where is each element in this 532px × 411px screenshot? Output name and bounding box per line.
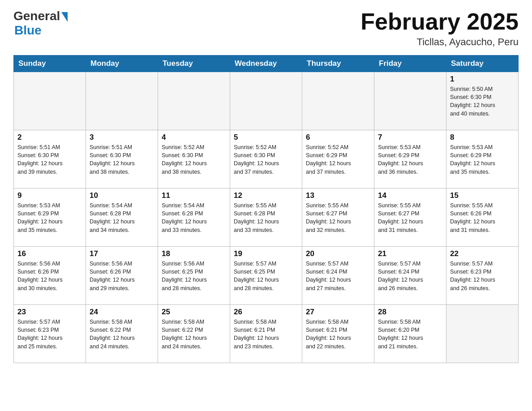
day-info-3: Sunrise: 5:51 AMSunset: 6:30 PMDaylight:… [90,143,154,176]
calendar-cell-w2-d1: 2Sunrise: 5:51 AMSunset: 6:30 PMDaylight… [14,130,86,188]
day-number-26: 26 [234,308,298,317]
day-number-2: 2 [17,133,82,142]
calendar-cell-w3-d2: 10Sunrise: 5:54 AMSunset: 6:28 PMDayligh… [86,188,158,247]
calendar-cell-w1-d7: 1Sunrise: 5:50 AMSunset: 6:30 PMDaylight… [446,72,519,130]
day-info-12: Sunrise: 5:55 AMSunset: 6:28 PMDaylight:… [234,201,298,234]
day-info-24: Sunrise: 5:58 AMSunset: 6:22 PMDaylight:… [90,318,154,351]
header-thursday: Thursday [302,56,374,72]
day-number-14: 14 [378,191,442,200]
calendar-cell-w1-d4 [230,72,302,130]
day-number-21: 21 [378,249,442,258]
calendar-header-row: Sunday Monday Tuesday Wednesday Thursday… [14,56,519,72]
calendar-cell-w1-d5 [302,72,374,130]
calendar-cell-w2-d2: 3Sunrise: 5:51 AMSunset: 6:30 PMDaylight… [86,130,158,188]
calendar-cell-w2-d5: 6Sunrise: 5:52 AMSunset: 6:29 PMDaylight… [302,130,374,188]
day-info-19: Sunrise: 5:57 AMSunset: 6:25 PMDaylight:… [234,260,298,292]
title-section: February 2025 Ticllas, Ayacucho, Peru [360,9,519,48]
calendar-table: Sunday Monday Tuesday Wednesday Thursday… [13,55,519,363]
header-monday: Monday [86,56,158,72]
logo-blue-text: Blue [14,23,42,38]
day-info-26: Sunrise: 5:58 AMSunset: 6:21 PMDaylight:… [234,318,298,351]
day-number-6: 6 [306,133,370,142]
calendar-cell-w3-d3: 11Sunrise: 5:54 AMSunset: 6:28 PMDayligh… [158,188,230,247]
day-info-7: Sunrise: 5:53 AMSunset: 6:29 PMDaylight:… [378,143,442,176]
calendar-cell-w4-d4: 19Sunrise: 5:57 AMSunset: 6:25 PMDayligh… [230,247,302,305]
calendar-cell-w1-d2 [86,72,158,130]
calendar-cell-w1-d6 [374,72,446,130]
calendar-cell-w5-d2: 24Sunrise: 5:58 AMSunset: 6:22 PMDayligh… [86,305,158,363]
header-saturday: Saturday [446,56,519,72]
day-info-23: Sunrise: 5:57 AMSunset: 6:23 PMDaylight:… [17,318,82,351]
location-text: Ticllas, Ayacucho, Peru [360,36,519,48]
calendar-cell-w5-d6: 28Sunrise: 5:58 AMSunset: 6:20 PMDayligh… [374,305,446,363]
header-wednesday: Wednesday [230,56,302,72]
calendar-cell-w3-d1: 9Sunrise: 5:53 AMSunset: 6:29 PMDaylight… [14,188,86,247]
day-number-10: 10 [90,191,154,200]
day-info-2: Sunrise: 5:51 AMSunset: 6:30 PMDaylight:… [17,143,82,176]
day-info-5: Sunrise: 5:52 AMSunset: 6:30 PMDaylight:… [234,143,298,176]
day-number-24: 24 [90,308,154,317]
month-title: February 2025 [360,9,519,34]
calendar-cell-w5-d7 [446,305,519,363]
day-number-5: 5 [234,133,298,142]
day-info-28: Sunrise: 5:58 AMSunset: 6:20 PMDaylight:… [378,318,442,351]
calendar-cell-w5-d1: 23Sunrise: 5:57 AMSunset: 6:23 PMDayligh… [14,305,86,363]
calendar-cell-w4-d6: 21Sunrise: 5:57 AMSunset: 6:24 PMDayligh… [374,247,446,305]
calendar-cell-w3-d4: 12Sunrise: 5:55 AMSunset: 6:28 PMDayligh… [230,188,302,247]
day-info-6: Sunrise: 5:52 AMSunset: 6:29 PMDaylight:… [306,143,370,176]
day-info-16: Sunrise: 5:56 AMSunset: 6:26 PMDaylight:… [17,260,82,292]
day-info-25: Sunrise: 5:58 AMSunset: 6:22 PMDaylight:… [162,318,226,351]
day-number-12: 12 [234,191,298,200]
day-info-18: Sunrise: 5:56 AMSunset: 6:25 PMDaylight:… [162,260,226,292]
day-number-13: 13 [306,191,370,200]
calendar-cell-w2-d7: 8Sunrise: 5:53 AMSunset: 6:29 PMDaylight… [446,130,519,188]
calendar-cell-w4-d1: 16Sunrise: 5:56 AMSunset: 6:26 PMDayligh… [14,247,86,305]
day-number-18: 18 [162,249,226,258]
day-number-15: 15 [450,191,515,200]
day-info-21: Sunrise: 5:57 AMSunset: 6:24 PMDaylight:… [378,260,442,292]
calendar-cell-w2-d3: 4Sunrise: 5:52 AMSunset: 6:30 PMDaylight… [158,130,230,188]
logo-top: General [13,9,68,23]
day-info-9: Sunrise: 5:53 AMSunset: 6:29 PMDaylight:… [17,201,82,234]
day-number-7: 7 [378,133,442,142]
day-info-20: Sunrise: 5:57 AMSunset: 6:24 PMDaylight:… [306,260,370,292]
day-number-20: 20 [306,249,370,258]
day-info-1: Sunrise: 5:50 AMSunset: 6:30 PMDaylight:… [450,85,515,118]
day-info-13: Sunrise: 5:55 AMSunset: 6:27 PMDaylight:… [306,201,370,234]
calendar-cell-w5-d4: 26Sunrise: 5:58 AMSunset: 6:21 PMDayligh… [230,305,302,363]
day-number-28: 28 [378,308,442,317]
logo-triangle-icon [61,12,68,22]
day-number-8: 8 [450,133,515,142]
day-info-27: Sunrise: 5:58 AMSunset: 6:21 PMDaylight:… [306,318,370,351]
calendar-cell-w1-d3 [158,72,230,130]
calendar-cell-w4-d7: 22Sunrise: 5:57 AMSunset: 6:23 PMDayligh… [446,247,519,305]
week-row-4: 16Sunrise: 5:56 AMSunset: 6:26 PMDayligh… [14,247,519,305]
calendar-cell-w2-d6: 7Sunrise: 5:53 AMSunset: 6:29 PMDaylight… [374,130,446,188]
day-number-23: 23 [17,308,82,317]
day-info-22: Sunrise: 5:57 AMSunset: 6:23 PMDaylight:… [450,260,515,292]
week-row-2: 2Sunrise: 5:51 AMSunset: 6:30 PMDaylight… [14,130,519,188]
calendar-cell-w3-d5: 13Sunrise: 5:55 AMSunset: 6:27 PMDayligh… [302,188,374,247]
day-number-19: 19 [234,249,298,258]
day-number-1: 1 [450,75,515,84]
calendar-cell-w3-d7: 15Sunrise: 5:55 AMSunset: 6:26 PMDayligh… [446,188,519,247]
day-number-16: 16 [17,249,82,258]
header-friday: Friday [374,56,446,72]
calendar-cell-w5-d5: 27Sunrise: 5:58 AMSunset: 6:21 PMDayligh… [302,305,374,363]
day-number-11: 11 [162,191,226,200]
calendar-cell-w5-d3: 25Sunrise: 5:58 AMSunset: 6:22 PMDayligh… [158,305,230,363]
calendar-cell-w4-d3: 18Sunrise: 5:56 AMSunset: 6:25 PMDayligh… [158,247,230,305]
week-row-5: 23Sunrise: 5:57 AMSunset: 6:23 PMDayligh… [14,305,519,363]
day-number-3: 3 [90,133,154,142]
page-header: General Blue February 2025 Ticllas, Ayac… [13,9,519,48]
logo: General Blue [13,9,68,38]
day-info-4: Sunrise: 5:52 AMSunset: 6:30 PMDaylight:… [162,143,226,176]
day-info-15: Sunrise: 5:55 AMSunset: 6:26 PMDaylight:… [450,201,515,234]
calendar-cell-w3-d6: 14Sunrise: 5:55 AMSunset: 6:27 PMDayligh… [374,188,446,247]
week-row-1: 1Sunrise: 5:50 AMSunset: 6:30 PMDaylight… [14,72,519,130]
day-number-4: 4 [162,133,226,142]
day-info-11: Sunrise: 5:54 AMSunset: 6:28 PMDaylight:… [162,201,226,234]
calendar-cell-w4-d5: 20Sunrise: 5:57 AMSunset: 6:24 PMDayligh… [302,247,374,305]
calendar-cell-w2-d4: 5Sunrise: 5:52 AMSunset: 6:30 PMDaylight… [230,130,302,188]
week-row-3: 9Sunrise: 5:53 AMSunset: 6:29 PMDaylight… [14,188,519,247]
